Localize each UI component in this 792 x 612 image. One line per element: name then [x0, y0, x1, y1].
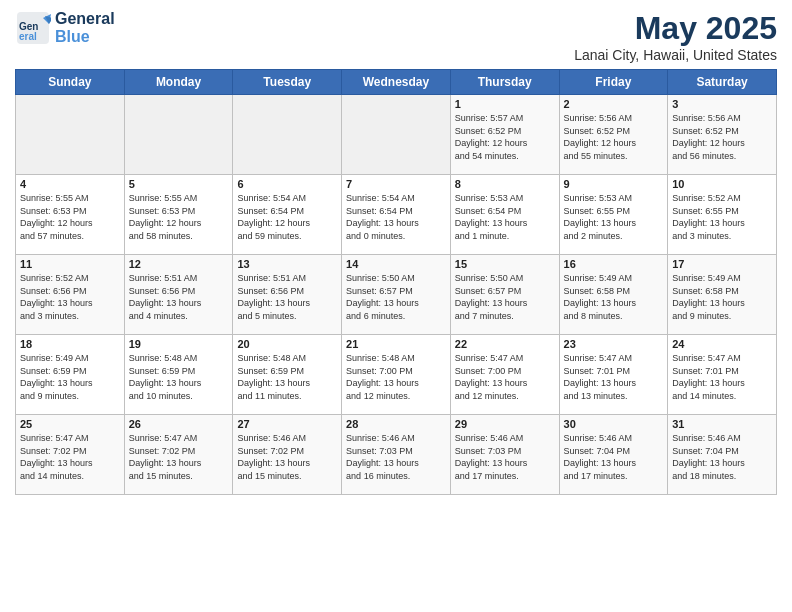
day-number: 1: [455, 98, 555, 110]
day-header-monday: Monday: [124, 70, 233, 95]
day-header-saturday: Saturday: [668, 70, 777, 95]
day-info: Sunrise: 5:48 AM Sunset: 6:59 PM Dayligh…: [237, 352, 337, 402]
calendar-cell: 27Sunrise: 5:46 AM Sunset: 7:02 PM Dayli…: [233, 415, 342, 495]
calendar-cell: 28Sunrise: 5:46 AM Sunset: 7:03 PM Dayli…: [342, 415, 451, 495]
day-number: 26: [129, 418, 229, 430]
day-number: 3: [672, 98, 772, 110]
day-number: 20: [237, 338, 337, 350]
day-number: 9: [564, 178, 664, 190]
day-number: 19: [129, 338, 229, 350]
day-info: Sunrise: 5:49 AM Sunset: 6:58 PM Dayligh…: [672, 272, 772, 322]
day-info: Sunrise: 5:57 AM Sunset: 6:52 PM Dayligh…: [455, 112, 555, 162]
calendar-week-2: 4Sunrise: 5:55 AM Sunset: 6:53 PM Daylig…: [16, 175, 777, 255]
title-section: May 2025 Lanai City, Hawaii, United Stat…: [574, 10, 777, 63]
calendar-cell: 14Sunrise: 5:50 AM Sunset: 6:57 PM Dayli…: [342, 255, 451, 335]
logo-general: General: [55, 10, 115, 28]
day-info: Sunrise: 5:46 AM Sunset: 7:04 PM Dayligh…: [672, 432, 772, 482]
day-info: Sunrise: 5:56 AM Sunset: 6:52 PM Dayligh…: [564, 112, 664, 162]
day-number: 27: [237, 418, 337, 430]
header: Gen eral General Blue May 2025 Lanai Cit…: [15, 10, 777, 63]
day-number: 6: [237, 178, 337, 190]
day-info: Sunrise: 5:55 AM Sunset: 6:53 PM Dayligh…: [129, 192, 229, 242]
day-info: Sunrise: 5:48 AM Sunset: 6:59 PM Dayligh…: [129, 352, 229, 402]
calendar-cell: 16Sunrise: 5:49 AM Sunset: 6:58 PM Dayli…: [559, 255, 668, 335]
day-number: 17: [672, 258, 772, 270]
day-number: 22: [455, 338, 555, 350]
calendar-week-5: 25Sunrise: 5:47 AM Sunset: 7:02 PM Dayli…: [16, 415, 777, 495]
day-info: Sunrise: 5:51 AM Sunset: 6:56 PM Dayligh…: [237, 272, 337, 322]
day-info: Sunrise: 5:54 AM Sunset: 6:54 PM Dayligh…: [237, 192, 337, 242]
calendar-header-row: SundayMondayTuesdayWednesdayThursdayFrid…: [16, 70, 777, 95]
calendar-cell: 8Sunrise: 5:53 AM Sunset: 6:54 PM Daylig…: [450, 175, 559, 255]
day-number: 2: [564, 98, 664, 110]
day-number: 18: [20, 338, 120, 350]
day-number: 21: [346, 338, 446, 350]
calendar-cell: 22Sunrise: 5:47 AM Sunset: 7:00 PM Dayli…: [450, 335, 559, 415]
calendar-cell: 23Sunrise: 5:47 AM Sunset: 7:01 PM Dayli…: [559, 335, 668, 415]
day-number: 25: [20, 418, 120, 430]
calendar-cell: 19Sunrise: 5:48 AM Sunset: 6:59 PM Dayli…: [124, 335, 233, 415]
calendar-cell: 30Sunrise: 5:46 AM Sunset: 7:04 PM Dayli…: [559, 415, 668, 495]
day-info: Sunrise: 5:52 AM Sunset: 6:55 PM Dayligh…: [672, 192, 772, 242]
calendar-cell: [16, 95, 125, 175]
calendar-cell: 12Sunrise: 5:51 AM Sunset: 6:56 PM Dayli…: [124, 255, 233, 335]
calendar-week-4: 18Sunrise: 5:49 AM Sunset: 6:59 PM Dayli…: [16, 335, 777, 415]
day-number: 30: [564, 418, 664, 430]
day-number: 23: [564, 338, 664, 350]
day-info: Sunrise: 5:50 AM Sunset: 6:57 PM Dayligh…: [346, 272, 446, 322]
day-number: 12: [129, 258, 229, 270]
calendar-cell: 21Sunrise: 5:48 AM Sunset: 7:00 PM Dayli…: [342, 335, 451, 415]
day-info: Sunrise: 5:49 AM Sunset: 6:59 PM Dayligh…: [20, 352, 120, 402]
calendar-cell: 24Sunrise: 5:47 AM Sunset: 7:01 PM Dayli…: [668, 335, 777, 415]
calendar-cell: 10Sunrise: 5:52 AM Sunset: 6:55 PM Dayli…: [668, 175, 777, 255]
calendar-cell: 20Sunrise: 5:48 AM Sunset: 6:59 PM Dayli…: [233, 335, 342, 415]
day-info: Sunrise: 5:53 AM Sunset: 6:55 PM Dayligh…: [564, 192, 664, 242]
day-number: 15: [455, 258, 555, 270]
day-header-wednesday: Wednesday: [342, 70, 451, 95]
day-number: 14: [346, 258, 446, 270]
day-info: Sunrise: 5:52 AM Sunset: 6:56 PM Dayligh…: [20, 272, 120, 322]
day-info: Sunrise: 5:48 AM Sunset: 7:00 PM Dayligh…: [346, 352, 446, 402]
day-header-thursday: Thursday: [450, 70, 559, 95]
day-info: Sunrise: 5:47 AM Sunset: 7:02 PM Dayligh…: [20, 432, 120, 482]
calendar-cell: 9Sunrise: 5:53 AM Sunset: 6:55 PM Daylig…: [559, 175, 668, 255]
day-info: Sunrise: 5:51 AM Sunset: 6:56 PM Dayligh…: [129, 272, 229, 322]
day-number: 16: [564, 258, 664, 270]
day-header-sunday: Sunday: [16, 70, 125, 95]
calendar-cell: 31Sunrise: 5:46 AM Sunset: 7:04 PM Dayli…: [668, 415, 777, 495]
day-number: 4: [20, 178, 120, 190]
logo-blue: Blue: [55, 28, 115, 46]
calendar-cell: 26Sunrise: 5:47 AM Sunset: 7:02 PM Dayli…: [124, 415, 233, 495]
calendar-cell: 15Sunrise: 5:50 AM Sunset: 6:57 PM Dayli…: [450, 255, 559, 335]
calendar-cell: 6Sunrise: 5:54 AM Sunset: 6:54 PM Daylig…: [233, 175, 342, 255]
day-info: Sunrise: 5:50 AM Sunset: 6:57 PM Dayligh…: [455, 272, 555, 322]
logo-icon: Gen eral: [15, 10, 51, 46]
calendar-cell: 17Sunrise: 5:49 AM Sunset: 6:58 PM Dayli…: [668, 255, 777, 335]
day-number: 11: [20, 258, 120, 270]
day-number: 28: [346, 418, 446, 430]
calendar-week-3: 11Sunrise: 5:52 AM Sunset: 6:56 PM Dayli…: [16, 255, 777, 335]
calendar-cell: 2Sunrise: 5:56 AM Sunset: 6:52 PM Daylig…: [559, 95, 668, 175]
day-number: 31: [672, 418, 772, 430]
day-info: Sunrise: 5:53 AM Sunset: 6:54 PM Dayligh…: [455, 192, 555, 242]
day-info: Sunrise: 5:47 AM Sunset: 7:00 PM Dayligh…: [455, 352, 555, 402]
calendar-cell: 1Sunrise: 5:57 AM Sunset: 6:52 PM Daylig…: [450, 95, 559, 175]
calendar-cell: 13Sunrise: 5:51 AM Sunset: 6:56 PM Dayli…: [233, 255, 342, 335]
main-title: May 2025: [574, 10, 777, 47]
calendar-cell: 3Sunrise: 5:56 AM Sunset: 6:52 PM Daylig…: [668, 95, 777, 175]
calendar-cell: 7Sunrise: 5:54 AM Sunset: 6:54 PM Daylig…: [342, 175, 451, 255]
logo: Gen eral General Blue: [15, 10, 115, 46]
day-info: Sunrise: 5:46 AM Sunset: 7:02 PM Dayligh…: [237, 432, 337, 482]
day-info: Sunrise: 5:47 AM Sunset: 7:01 PM Dayligh…: [564, 352, 664, 402]
day-info: Sunrise: 5:54 AM Sunset: 6:54 PM Dayligh…: [346, 192, 446, 242]
day-number: 8: [455, 178, 555, 190]
calendar-cell: 29Sunrise: 5:46 AM Sunset: 7:03 PM Dayli…: [450, 415, 559, 495]
day-info: Sunrise: 5:56 AM Sunset: 6:52 PM Dayligh…: [672, 112, 772, 162]
day-number: 5: [129, 178, 229, 190]
day-info: Sunrise: 5:46 AM Sunset: 7:03 PM Dayligh…: [455, 432, 555, 482]
day-info: Sunrise: 5:46 AM Sunset: 7:04 PM Dayligh…: [564, 432, 664, 482]
day-info: Sunrise: 5:46 AM Sunset: 7:03 PM Dayligh…: [346, 432, 446, 482]
calendar-cell: 5Sunrise: 5:55 AM Sunset: 6:53 PM Daylig…: [124, 175, 233, 255]
calendar: SundayMondayTuesdayWednesdayThursdayFrid…: [15, 69, 777, 495]
calendar-cell: [124, 95, 233, 175]
